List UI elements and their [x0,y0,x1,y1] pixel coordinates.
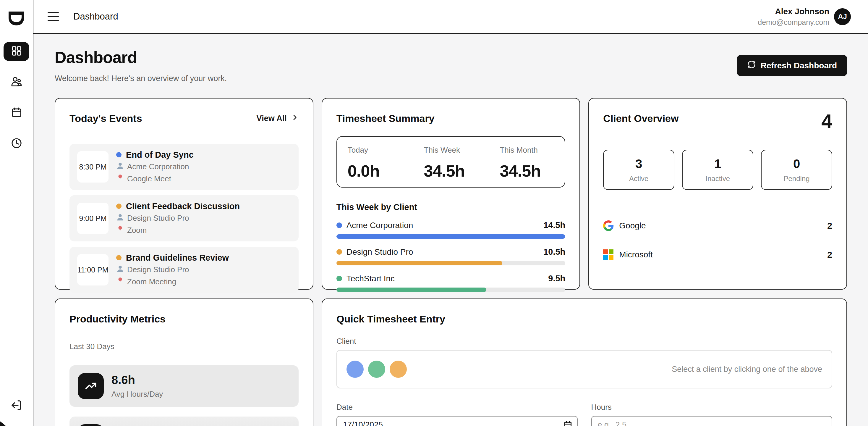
provider-name: Microsoft [619,250,653,259]
progress-track [336,288,565,292]
event-row[interactable]: 9:00 PM Client Feedback Discussion Desig… [69,195,299,242]
by-client-title: This Week by Client [336,202,565,212]
event-row[interactable]: 8:30 PM End of Day Sync Acme Corporation… [69,144,299,190]
progress-fill [336,288,486,292]
main-area: Dashboard Alex Johnson demo@company.com … [33,0,868,426]
user-email: demo@company.com [758,18,829,27]
event-time: 8:30 PM [77,151,108,182]
grid-icon [11,45,22,58]
logout-button[interactable] [4,396,29,415]
sidebar-nav [4,42,29,153]
client-color-dot [336,223,342,228]
provider-row-microsoft: Microsoft 2 [603,249,832,260]
client-overview-card: Client Overview 4 3 Active 1 Inactive 0 … [588,98,847,290]
logo-letter: D [4,10,29,26]
sidebar-item-timesheets[interactable] [4,134,29,153]
refresh-dashboard-button[interactable]: Refresh Dashboard [737,55,847,76]
progress-track [336,261,565,265]
client-total-count: 4 [821,113,832,130]
clock-icon [11,138,22,150]
event-time: 9:00 PM [77,203,108,234]
stat-label: This Month [500,146,565,155]
client-name: Acme Corporation [346,221,413,230]
hours-field-label: Hours [591,403,833,412]
client-option-2[interactable] [368,361,385,378]
client-name: Design Studio Pro [346,247,413,257]
sidebar: D [0,0,33,426]
calendar-icon [11,107,22,119]
timesheet-summary-card: Timesheet Summary Today 0.0h This Week 3… [322,98,580,290]
client-hours-row: Acme Corporation 14.5h [336,220,565,239]
topbar-title: Dashboard [73,11,118,22]
pin-icon [116,225,124,235]
provider-name: Google [619,221,646,230]
metric-most-productive-day: Wednesday [69,417,299,426]
stat-label: This Week [424,146,489,155]
avatar[interactable]: AJ [834,8,851,25]
stat-label: Today [348,146,413,155]
user-block[interactable]: Alex Johnson demo@company.com AJ [758,7,851,27]
metric-value: 8.6h [112,373,163,387]
client-selector: Select a client by clicking one of the a… [336,350,832,389]
metric-label: Avg Hours/Day [112,390,163,399]
event-company: Acme Corporation [127,162,189,171]
sidebar-item-dashboard[interactable] [4,42,29,61]
event-status-dot [116,203,122,209]
event-title: End of Day Sync [126,150,194,160]
client-field-label: Client [336,337,832,346]
client-option-3[interactable] [390,361,407,378]
sidebar-item-calendar[interactable] [4,104,29,122]
date-field-label: Date [336,403,578,412]
page-subtitle: Welcome back! Here's an overview of your… [55,74,227,83]
progress-track [336,234,565,239]
person-icon [116,162,124,172]
stat-value: 0.0h [348,161,413,180]
sidebar-item-clients[interactable] [4,73,29,92]
menu-button[interactable] [48,12,59,21]
events-card-title: Today's Events [69,113,142,124]
stat-value: 34.5h [500,161,565,180]
client-stat-inactive[interactable]: 1 Inactive [682,150,753,190]
client-color-dot [336,276,342,281]
quick-entry-title: Quick Timesheet Entry [336,313,832,325]
pin-icon [116,174,124,184]
client-option-1[interactable] [346,361,364,378]
event-row[interactable]: 11:00 PM Brand Guidelines Review Design … [69,247,299,293]
client-hours-row: TechStart Inc 9.5h [336,274,565,292]
pin-icon [116,277,124,287]
trending-up-icon [78,373,104,399]
client-color-dot [336,249,342,255]
event-location: Zoom Meeting [127,277,176,286]
client-hours: 9.5h [548,274,565,283]
client-select-hint: Select a client by clicking one of the a… [672,365,822,374]
page-title: Dashboard [55,48,227,67]
event-company: Design Studio Pro [127,214,189,223]
logout-icon [11,399,23,413]
client-stat-pending[interactable]: 0 Pending [761,150,832,190]
progress-fill [336,234,565,239]
trending-up-icon [78,424,104,426]
provider-row-google: Google 2 [603,220,832,231]
quick-timesheet-entry-card: Quick Timesheet Entry Client Select a cl… [322,299,847,426]
event-status-dot [116,255,122,260]
client-hours: 14.5h [544,220,565,230]
divider [603,206,832,206]
users-icon [11,76,22,88]
timesheet-card-title: Timesheet Summary [336,113,565,124]
productivity-title: Productivity Metrics [69,313,299,325]
app-logo[interactable]: D [8,5,24,30]
hours-input[interactable] [591,416,833,426]
todays-events-card: Today's Events View All 8:30 PM End of D… [55,98,313,290]
event-company: Design Studio Pro [127,265,189,274]
google-icon [603,220,614,231]
client-stat-active[interactable]: 3 Active [603,150,674,190]
event-location: Zoom [127,226,147,235]
view-all-link[interactable]: View All [257,114,299,123]
client-hours: 10.5h [544,247,565,257]
person-icon [116,213,124,223]
event-time: 11:00 PM [77,254,108,285]
date-input[interactable] [336,416,578,426]
productivity-metrics-card: Productivity Metrics Last 30 Days 8.6h A… [55,299,313,426]
provider-count: 2 [827,221,832,231]
progress-fill [336,261,502,265]
